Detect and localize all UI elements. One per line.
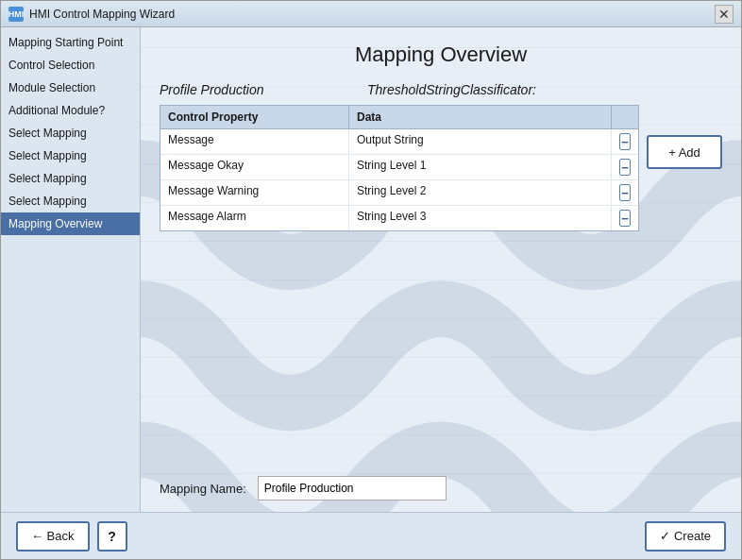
sidebar-item-5[interactable]: Select Mapping	[1, 144, 140, 167]
remove-button-1[interactable]: −	[619, 159, 631, 176]
page-title: Mapping Overview	[160, 42, 722, 67]
cell-action-2: −	[612, 180, 638, 205]
cell-data-2: String Level 2	[349, 180, 612, 205]
content-area: Mapping Starting PointControl SelectionM…	[1, 27, 741, 512]
cell-action-0: −	[612, 129, 638, 154]
remove-button-0[interactable]: −	[619, 133, 631, 150]
cell-property-2: Message Warning	[160, 180, 349, 205]
footer-right: ✓ Create	[645, 521, 726, 552]
sidebar-item-3[interactable]: Additional Module?	[1, 99, 140, 122]
cell-action-3: −	[612, 206, 638, 230]
cell-data-0: Output String	[349, 129, 612, 154]
app-icon: HMI	[8, 7, 24, 22]
main-inner: Mapping Overview Profile Production Thre…	[141, 27, 741, 512]
add-button[interactable]: + Add	[647, 135, 722, 169]
sidebar-item-1[interactable]: Control Selection	[1, 54, 140, 76]
table-row: MessageOutput String−	[160, 129, 638, 155]
sidebar-item-0[interactable]: Mapping Starting Point	[1, 31, 140, 54]
sidebar: Mapping Starting PointControl SelectionM…	[1, 27, 141, 512]
title-bar-text: HMI Control Mapping Wizard	[29, 8, 715, 21]
table-body: MessageOutput String−Message OkayString …	[160, 129, 638, 230]
remove-button-2[interactable]: −	[619, 184, 631, 201]
table-row: Message OkayString Level 1−	[160, 155, 638, 180]
create-button[interactable]: ✓ Create	[645, 521, 726, 552]
sidebar-item-2[interactable]: Module Selection	[1, 76, 140, 99]
table-row: Message AlarmString Level 3−	[160, 206, 638, 230]
profile-label: Profile Production	[160, 82, 367, 97]
footer-left: ← Back ?	[16, 521, 127, 552]
sidebar-item-6[interactable]: Select Mapping	[1, 167, 140, 190]
sidebar-item-4[interactable]: Select Mapping	[1, 122, 140, 144]
close-button[interactable]: ✕	[715, 5, 734, 24]
add-button-container: + Add	[647, 105, 722, 231]
table-row: Message WarningString Level 2−	[160, 180, 638, 206]
cell-property-3: Message Alarm	[160, 206, 349, 230]
sidebar-item-7[interactable]: Select Mapping	[1, 190, 140, 212]
table-area: Control Property Data MessageOutput Stri…	[160, 105, 722, 231]
sidebar-item-8[interactable]: Mapping Overview	[1, 212, 140, 235]
cell-action-1: −	[612, 155, 638, 179]
cell-property-0: Message	[160, 129, 349, 154]
back-button[interactable]: ← Back	[16, 521, 90, 552]
mapping-header: Profile Production ThresholdStringClassi…	[160, 82, 722, 97]
footer: ← Back ? ✓ Create	[1, 512, 741, 559]
mapping-name-row: Mapping Name:	[160, 468, 722, 501]
main-window: HMI HMI Control Mapping Wizard ✕ Mapping…	[0, 0, 742, 560]
cell-data-3: String Level 3	[349, 206, 612, 230]
col-header-data: Data	[349, 106, 612, 128]
cell-property-1: Message Okay	[160, 155, 349, 179]
mapping-name-input[interactable]	[258, 476, 447, 501]
threshold-label: ThresholdStringClassificator:	[367, 82, 722, 97]
col-header-property: Control Property	[160, 106, 349, 128]
col-header-action	[612, 106, 638, 128]
help-button[interactable]: ?	[97, 521, 127, 552]
remove-button-3[interactable]: −	[619, 210, 631, 227]
cell-data-1: String Level 1	[349, 155, 612, 179]
main-panel: Mapping Overview Profile Production Thre…	[141, 27, 741, 512]
table-header: Control Property Data	[160, 106, 638, 129]
title-bar: HMI HMI Control Mapping Wizard ✕	[1, 1, 741, 27]
mapping-name-label: Mapping Name:	[160, 482, 246, 496]
mapping-table: Control Property Data MessageOutput Stri…	[160, 105, 639, 231]
